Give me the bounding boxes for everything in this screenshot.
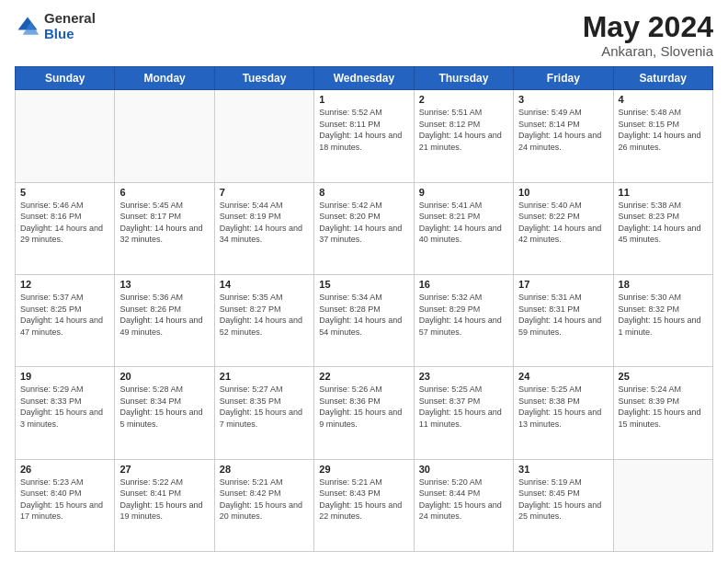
day-number: 20: [119, 371, 209, 382]
logo: General Blue: [15, 11, 96, 41]
day-info: Sunrise: 5:19 AMSunset: 8:45 PMDaylight:…: [518, 477, 608, 523]
day-info: Sunrise: 5:36 AMSunset: 8:26 PMDaylight:…: [119, 292, 209, 338]
day-number: 4: [619, 94, 708, 105]
day-number: 21: [220, 371, 309, 382]
day-info: Sunrise: 5:32 AMSunset: 8:29 PMDaylight:…: [419, 292, 508, 338]
page: General Blue May 2024 Ankaran, Slovenia …: [0, 0, 728, 563]
calendar-cell: 25 Sunrise: 5:24 AMSunset: 8:39 PMDaylig…: [613, 367, 712, 459]
calendar-cell: 10 Sunrise: 5:40 AMSunset: 8:22 PMDaylig…: [514, 182, 613, 274]
day-info: Sunrise: 5:20 AMSunset: 8:44 PMDaylight:…: [419, 477, 508, 523]
day-number: 28: [220, 464, 309, 475]
day-number: 10: [518, 187, 608, 198]
day-info: Sunrise: 5:49 AMSunset: 8:14 PMDaylight:…: [518, 107, 608, 153]
day-number: 19: [20, 371, 109, 382]
logo-general: General: [44, 11, 96, 27]
calendar-cell: [16, 90, 115, 182]
calendar-cell: 6 Sunrise: 5:45 AMSunset: 8:17 PMDayligh…: [115, 182, 214, 274]
day-number: 9: [419, 187, 508, 198]
day-info: Sunrise: 5:46 AMSunset: 8:16 PMDaylight:…: [20, 200, 109, 246]
calendar-cell: 9 Sunrise: 5:41 AMSunset: 8:21 PMDayligh…: [414, 182, 513, 274]
calendar-cell: [613, 459, 712, 551]
day-number: 6: [119, 187, 209, 198]
day-info: Sunrise: 5:29 AMSunset: 8:33 PMDaylight:…: [20, 384, 109, 430]
calendar-cell: 30 Sunrise: 5:20 AMSunset: 8:44 PMDaylig…: [414, 459, 513, 551]
calendar-cell: 7 Sunrise: 5:44 AMSunset: 8:19 PMDayligh…: [214, 182, 313, 274]
day-number: 3: [518, 94, 608, 105]
day-info: Sunrise: 5:21 AMSunset: 8:42 PMDaylight:…: [220, 477, 309, 523]
calendar-cell: 8 Sunrise: 5:42 AMSunset: 8:20 PMDayligh…: [314, 182, 414, 274]
day-info: Sunrise: 5:51 AMSunset: 8:12 PMDaylight:…: [419, 107, 508, 153]
calendar-cell: 28 Sunrise: 5:21 AMSunset: 8:42 PMDaylig…: [214, 459, 313, 551]
col-monday: Monday: [115, 67, 214, 90]
calendar-cell: 3 Sunrise: 5:49 AMSunset: 8:14 PMDayligh…: [514, 90, 613, 182]
logo-icon: [15, 14, 40, 40]
day-info: Sunrise: 5:44 AMSunset: 8:19 PMDaylight:…: [220, 200, 309, 246]
day-number: 30: [419, 464, 508, 475]
day-number: 14: [220, 279, 309, 290]
day-info: Sunrise: 5:27 AMSunset: 8:35 PMDaylight:…: [220, 384, 309, 430]
day-info: Sunrise: 5:21 AMSunset: 8:43 PMDaylight:…: [319, 477, 408, 523]
calendar-week-4: 19 Sunrise: 5:29 AMSunset: 8:33 PMDaylig…: [16, 367, 713, 459]
day-number: 22: [319, 371, 408, 382]
calendar-week-5: 26 Sunrise: 5:23 AMSunset: 8:40 PMDaylig…: [16, 459, 713, 551]
calendar-cell: 22 Sunrise: 5:26 AMSunset: 8:36 PMDaylig…: [314, 367, 414, 459]
day-info: Sunrise: 5:34 AMSunset: 8:28 PMDaylight:…: [319, 292, 408, 338]
calendar-cell: 20 Sunrise: 5:28 AMSunset: 8:34 PMDaylig…: [115, 367, 214, 459]
day-info: Sunrise: 5:22 AMSunset: 8:41 PMDaylight:…: [119, 477, 209, 523]
day-info: Sunrise: 5:40 AMSunset: 8:22 PMDaylight:…: [518, 200, 608, 246]
calendar-cell: 13 Sunrise: 5:36 AMSunset: 8:26 PMDaylig…: [115, 274, 214, 366]
calendar-cell: 23 Sunrise: 5:25 AMSunset: 8:37 PMDaylig…: [414, 367, 513, 459]
day-info: Sunrise: 5:24 AMSunset: 8:39 PMDaylight:…: [619, 384, 708, 430]
calendar-cell: 17 Sunrise: 5:31 AMSunset: 8:31 PMDaylig…: [514, 274, 613, 366]
calendar-week-1: 1 Sunrise: 5:52 AMSunset: 8:11 PMDayligh…: [16, 90, 713, 182]
calendar-cell: 2 Sunrise: 5:51 AMSunset: 8:12 PMDayligh…: [414, 90, 513, 182]
col-saturday: Saturday: [613, 67, 712, 90]
day-number: 12: [20, 279, 109, 290]
day-info: Sunrise: 5:52 AMSunset: 8:11 PMDaylight:…: [319, 107, 408, 153]
calendar-week-3: 12 Sunrise: 5:37 AMSunset: 8:25 PMDaylig…: [16, 274, 713, 366]
day-info: Sunrise: 5:48 AMSunset: 8:15 PMDaylight:…: [619, 107, 708, 153]
day-info: Sunrise: 5:26 AMSunset: 8:36 PMDaylight:…: [319, 384, 408, 430]
day-info: Sunrise: 5:38 AMSunset: 8:23 PMDaylight:…: [619, 200, 708, 246]
day-info: Sunrise: 5:31 AMSunset: 8:31 PMDaylight:…: [518, 292, 608, 338]
calendar-cell: 29 Sunrise: 5:21 AMSunset: 8:43 PMDaylig…: [314, 459, 414, 551]
day-number: 29: [319, 464, 408, 475]
day-info: Sunrise: 5:25 AMSunset: 8:38 PMDaylight:…: [518, 384, 608, 430]
day-number: 27: [119, 464, 209, 475]
day-number: 18: [619, 279, 708, 290]
calendar-table: Sunday Monday Tuesday Wednesday Thursday…: [15, 66, 713, 552]
day-number: 23: [419, 371, 508, 382]
col-wednesday: Wednesday: [314, 67, 414, 90]
title-location: Ankaran, Slovenia: [583, 43, 713, 59]
day-number: 15: [319, 279, 408, 290]
day-number: 26: [20, 464, 109, 475]
calendar-cell: 14 Sunrise: 5:35 AMSunset: 8:27 PMDaylig…: [214, 274, 313, 366]
day-info: Sunrise: 5:45 AMSunset: 8:17 PMDaylight:…: [119, 200, 209, 246]
calendar-cell: 5 Sunrise: 5:46 AMSunset: 8:16 PMDayligh…: [16, 182, 115, 274]
calendar-week-2: 5 Sunrise: 5:46 AMSunset: 8:16 PMDayligh…: [16, 182, 713, 274]
calendar-cell: 18 Sunrise: 5:30 AMSunset: 8:32 PMDaylig…: [613, 274, 712, 366]
day-number: 16: [419, 279, 508, 290]
day-number: 11: [619, 187, 708, 198]
day-info: Sunrise: 5:25 AMSunset: 8:37 PMDaylight:…: [419, 384, 508, 430]
header: General Blue May 2024 Ankaran, Slovenia: [15, 11, 713, 59]
day-info: Sunrise: 5:37 AMSunset: 8:25 PMDaylight:…: [20, 292, 109, 338]
day-number: 1: [319, 94, 408, 105]
calendar-cell: 21 Sunrise: 5:27 AMSunset: 8:35 PMDaylig…: [214, 367, 313, 459]
day-number: 8: [319, 187, 408, 198]
calendar-cell: 4 Sunrise: 5:48 AMSunset: 8:15 PMDayligh…: [613, 90, 712, 182]
col-friday: Friday: [514, 67, 613, 90]
day-number: 25: [619, 371, 708, 382]
calendar-cell: 15 Sunrise: 5:34 AMSunset: 8:28 PMDaylig…: [314, 274, 414, 366]
day-info: Sunrise: 5:35 AMSunset: 8:27 PMDaylight:…: [220, 292, 309, 338]
calendar-cell: 26 Sunrise: 5:23 AMSunset: 8:40 PMDaylig…: [16, 459, 115, 551]
col-thursday: Thursday: [414, 67, 513, 90]
day-number: 5: [20, 187, 109, 198]
col-sunday: Sunday: [16, 67, 115, 90]
day-info: Sunrise: 5:30 AMSunset: 8:32 PMDaylight:…: [619, 292, 708, 338]
col-tuesday: Tuesday: [214, 67, 313, 90]
day-info: Sunrise: 5:42 AMSunset: 8:20 PMDaylight:…: [319, 200, 408, 246]
day-number: 24: [518, 371, 608, 382]
day-number: 13: [119, 279, 209, 290]
logo-blue: Blue: [44, 27, 96, 42]
